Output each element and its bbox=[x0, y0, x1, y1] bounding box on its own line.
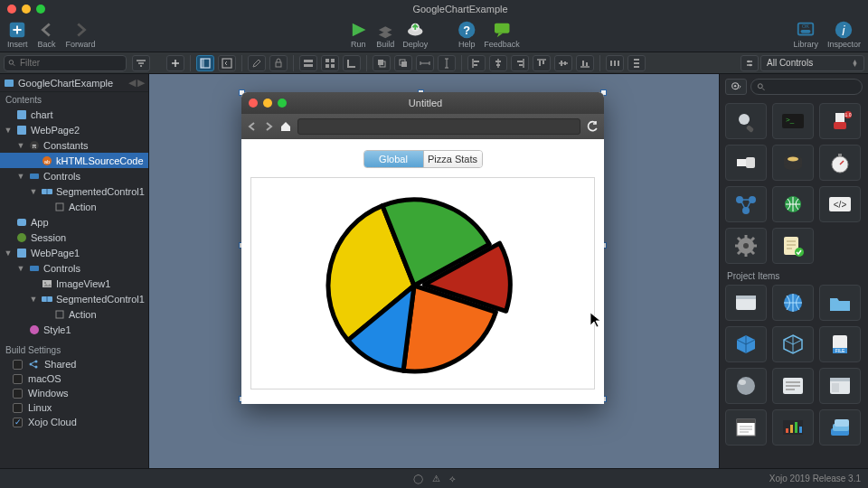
forward-button[interactable]: Forward bbox=[66, 20, 96, 50]
tree-item-constants[interactable]: ▼πConstants bbox=[0, 137, 148, 153]
space-h-button[interactable] bbox=[606, 55, 624, 71]
minimize-icon[interactable] bbox=[22, 5, 31, 14]
inspector-settings-button[interactable] bbox=[741, 55, 759, 71]
library-item-usb-plug[interactable]: 1.0 bbox=[819, 103, 861, 139]
view-layout-button[interactable] bbox=[196, 55, 214, 71]
run-button[interactable]: Run bbox=[348, 20, 368, 50]
library-item-cube[interactable] bbox=[725, 326, 767, 362]
back-button[interactable]: Back bbox=[37, 20, 57, 50]
build-target-linux[interactable]: Linux bbox=[0, 400, 148, 415]
library-item-globe-arrows[interactable] bbox=[772, 186, 814, 222]
order-back-button[interactable] bbox=[394, 55, 412, 71]
tree-item-action[interactable]: Action bbox=[0, 199, 148, 214]
status-warning-icon[interactable]: ⚠ bbox=[432, 474, 440, 484]
align-right-button[interactable] bbox=[511, 55, 529, 71]
help-button[interactable]: ? Help bbox=[457, 20, 476, 50]
layout-rows-button[interactable] bbox=[299, 55, 317, 71]
checkbox[interactable] bbox=[13, 418, 23, 427]
align-left-button[interactable] bbox=[467, 55, 486, 71]
build-target-macos[interactable]: macOS bbox=[0, 371, 148, 386]
library-item-globe[interactable] bbox=[772, 285, 814, 321]
library-item-sphere[interactable] bbox=[725, 368, 767, 404]
home-icon[interactable] bbox=[279, 120, 292, 133]
tree-item-webpage1[interactable]: ▼WebPage1 bbox=[0, 245, 148, 260]
view-code-button[interactable] bbox=[218, 55, 236, 71]
nav-back-icon[interactable]: ◀ bbox=[128, 77, 136, 89]
layout-canvas[interactable]: Untitled Global Pizza Stats bbox=[149, 74, 719, 468]
status-globe-icon[interactable]: ◯ bbox=[413, 474, 423, 484]
library-item-form[interactable] bbox=[772, 368, 814, 404]
tree-item-session[interactable]: Session bbox=[0, 230, 148, 245]
deploy-button[interactable]: Deploy bbox=[402, 20, 428, 50]
tree-item-controls[interactable]: ▼Controls bbox=[0, 168, 148, 183]
space-v-button[interactable] bbox=[627, 55, 646, 71]
library-item-notepad-check[interactable] bbox=[772, 228, 814, 264]
reload-icon[interactable] bbox=[586, 120, 599, 133]
tree-item-imageview1[interactable]: ImageView1 bbox=[0, 276, 148, 291]
project-header[interactable]: GoogleChartExample ◀▶ bbox=[0, 74, 148, 92]
align-center-h-button[interactable] bbox=[489, 55, 507, 71]
tree-item-action[interactable]: Action bbox=[0, 306, 148, 322]
disclosure-icon[interactable]: ▼ bbox=[16, 264, 25, 273]
library-search-input[interactable] bbox=[765, 82, 856, 92]
library-item-file-json[interactable]: FILE bbox=[819, 326, 861, 362]
preview-window[interactable]: Untitled Global Pizza Stats bbox=[241, 92, 604, 404]
library-item-report[interactable] bbox=[725, 409, 767, 446]
nav-back-icon[interactable] bbox=[247, 121, 258, 132]
close-icon[interactable] bbox=[7, 5, 16, 14]
insert-button[interactable]: Insert bbox=[7, 20, 28, 50]
library-search[interactable] bbox=[750, 79, 863, 95]
tree-item-app[interactable]: App bbox=[0, 214, 148, 230]
library-item-code-brackets[interactable]: </> bbox=[819, 186, 861, 222]
close-icon[interactable] bbox=[249, 99, 258, 108]
layout-grid-button[interactable] bbox=[321, 55, 339, 71]
controls-dropdown[interactable]: All Controls ▲▼ bbox=[760, 55, 864, 71]
library-item-spool[interactable] bbox=[772, 145, 814, 181]
address-bar[interactable] bbox=[297, 118, 580, 135]
segment-pizza-stats[interactable]: Pizza Stats bbox=[423, 151, 482, 167]
disclosure-icon[interactable]: ▼ bbox=[4, 126, 13, 135]
add-button[interactable] bbox=[166, 55, 184, 71]
build-target-xojo-cloud[interactable]: Xojo Cloud bbox=[0, 415, 148, 429]
zoom-icon[interactable] bbox=[278, 99, 287, 108]
order-front-button[interactable] bbox=[373, 55, 391, 71]
checkbox[interactable] bbox=[13, 403, 23, 413]
feedback-button[interactable]: Feedback bbox=[484, 20, 520, 50]
tree-item-segmentedcontrol1[interactable]: ▼SegmentedControl1 bbox=[0, 291, 148, 306]
disclosure-icon[interactable]: ▼ bbox=[16, 172, 25, 181]
tree-item-webpage2[interactable]: ▼WebPage2 bbox=[0, 122, 148, 137]
library-item-stack[interactable] bbox=[819, 409, 861, 446]
align-top-button[interactable] bbox=[533, 55, 551, 71]
zoom-icon[interactable] bbox=[36, 5, 45, 14]
library-item-stopwatch[interactable] bbox=[819, 145, 861, 181]
status-rss-icon[interactable]: ⟡ bbox=[449, 474, 456, 484]
library-item-cube-wire[interactable] bbox=[772, 326, 814, 362]
fill-height-button[interactable] bbox=[438, 55, 456, 71]
tree-item-segmentedcontrol1[interactable]: ▼SegmentedControl1 bbox=[0, 183, 148, 199]
fill-width-button[interactable] bbox=[416, 55, 434, 71]
library-item-share-nodes[interactable] bbox=[725, 186, 767, 222]
disclosure-icon[interactable]: ▼ bbox=[16, 141, 25, 150]
tree-item-controls[interactable]: ▼Controls bbox=[0, 260, 148, 276]
library-item-usb-side[interactable] bbox=[725, 145, 767, 181]
library-options-button[interactable] bbox=[725, 79, 747, 95]
library-item-menu[interactable] bbox=[819, 368, 861, 404]
library-item-folder[interactable] bbox=[819, 285, 861, 321]
disclosure-icon[interactable]: ▼ bbox=[29, 187, 38, 196]
library-item-chart[interactable] bbox=[772, 409, 814, 446]
library-item-terminal[interactable]: >_ bbox=[772, 103, 814, 139]
checkbox[interactable] bbox=[13, 374, 23, 384]
nav-forward-icon[interactable] bbox=[263, 121, 274, 132]
inspector-button[interactable]: i Inspector bbox=[827, 20, 861, 50]
checkbox[interactable] bbox=[13, 389, 23, 399]
library-item-window-blank[interactable] bbox=[725, 285, 767, 321]
tree-item-chart[interactable]: chart bbox=[0, 107, 148, 122]
build-target-shared[interactable]: Shared bbox=[0, 357, 148, 371]
checkbox[interactable] bbox=[13, 360, 23, 370]
tool-lock-button[interactable] bbox=[269, 55, 288, 71]
align-bottom-button[interactable] bbox=[576, 55, 594, 71]
segment-global[interactable]: Global bbox=[364, 151, 423, 167]
tool-pencil-button[interactable] bbox=[248, 55, 266, 71]
tree-item-khtmlsourcecode[interactable]: abkHTMLSourceCode bbox=[0, 153, 148, 168]
nav-fwd-icon[interactable]: ▶ bbox=[137, 77, 145, 89]
